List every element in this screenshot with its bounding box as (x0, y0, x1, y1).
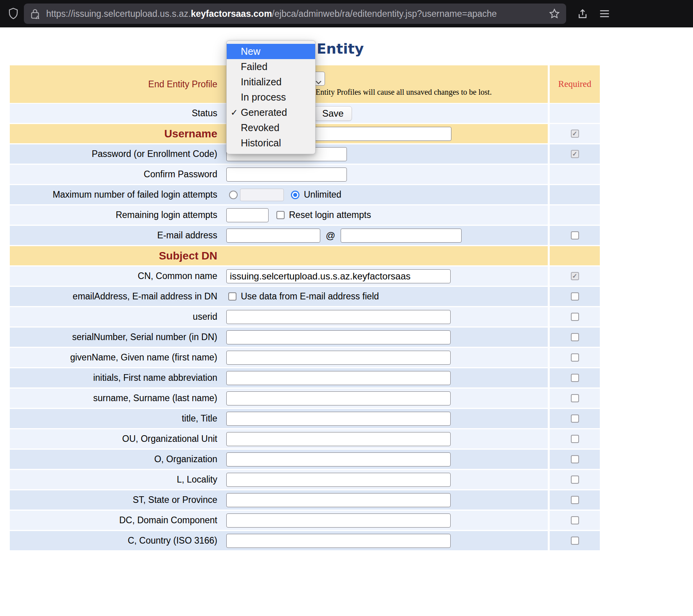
email-address-row: E-mail address @ (10, 226, 600, 245)
dn-field-input[interactable] (226, 412, 451, 426)
required-checkbox (571, 313, 579, 321)
required-column-header: Required (558, 79, 591, 89)
dn-field-label: givenName, Given name (first name) (10, 352, 221, 363)
max-failed-logins-row: Maximum number of failed login attempts … (10, 185, 600, 204)
url-bar[interactable]: https://issuing.selcertupload.us.s.az.ke… (24, 4, 566, 24)
required-checkbox (571, 333, 579, 341)
reset-login-attempts-checkbox[interactable] (276, 211, 285, 219)
required-checkbox (571, 272, 579, 280)
dn-field-input[interactable] (226, 432, 451, 446)
shield-icon[interactable] (7, 7, 19, 20)
required-checkbox (571, 353, 579, 362)
share-icon[interactable] (577, 8, 588, 20)
dn-field-row: ST, State or Province (10, 490, 600, 510)
remaining-logins-input[interactable] (226, 208, 269, 222)
dn-field-label: serialNumber, Serial number (in DN) (10, 332, 221, 342)
dn-field-row: givenName, Given name (first name) (10, 348, 600, 367)
dn-field-input[interactable] (226, 513, 451, 528)
subject-dn-header-row: Subject DN (10, 246, 600, 265)
dn-field-row: title, Title (10, 409, 600, 428)
browser-chrome: https://issuing.selcertupload.us.s.az.ke… (0, 0, 693, 27)
dn-field-input[interactable] (226, 310, 451, 324)
dn-field-label: userid (10, 312, 221, 322)
unlimited-label: Unlimited (304, 189, 341, 200)
dn-field-input[interactable] (226, 351, 451, 365)
dn-field-label: L, Locality (10, 474, 221, 485)
dn-field-row: userid (10, 307, 600, 326)
common-name-label: CN, Common name (10, 271, 221, 281)
dn-field-label: ST, State or Province (10, 495, 221, 505)
dropdown-item[interactable]: Historical (227, 135, 315, 151)
url-domain: keyfactorsaas.com (191, 9, 272, 19)
required-checkbox (571, 150, 579, 158)
dn-field-row: OU, Organizational Unit (10, 429, 600, 448)
check-icon: ✓ (231, 105, 238, 120)
required-checkbox (571, 394, 579, 402)
dn-field-input[interactable] (226, 371, 451, 385)
url-path: /ejbca/adminweb/ra/editendentity.jsp?use… (272, 9, 497, 19)
email-local-input[interactable] (226, 229, 320, 243)
dn-field-row: C, Country (ISO 3166) (10, 531, 600, 550)
dn-field-row: surname, Surname (last name) (10, 389, 600, 408)
dn-field-row: O, Organization (10, 450, 600, 469)
email-in-dn-label: emailAddress, E-mail address in DN (10, 291, 221, 302)
required-checkbox (571, 414, 579, 423)
remaining-logins-row: Remaining login attempts Reset login att… (10, 205, 600, 225)
email-domain-input[interactable] (341, 229, 462, 243)
save-button[interactable]: Save (314, 106, 352, 121)
dropdown-item[interactable]: Initialized (227, 74, 315, 90)
chevron-down-icon (316, 77, 321, 87)
confirm-password-input[interactable] (226, 168, 347, 182)
url-prefix: https://issuing.selcertupload.us.s.az. (46, 9, 191, 19)
common-name-input[interactable] (226, 269, 451, 283)
dn-field-label: DC, Domain Component (10, 515, 221, 526)
dn-field-input[interactable] (226, 391, 451, 405)
confirm-password-label: Confirm Password (10, 169, 221, 180)
email-address-label: E-mail address (10, 230, 221, 241)
max-attempts-input (240, 189, 284, 201)
dn-field-input[interactable] (226, 534, 451, 548)
dn-field-row: DC, Domain Component (10, 511, 600, 530)
bookmark-star-icon[interactable] (549, 8, 560, 20)
dn-field-input[interactable] (226, 473, 451, 487)
dn-field-label: title, Title (10, 413, 221, 424)
dn-field-row: initials, First name abbreviation (10, 368, 600, 387)
status-dropdown: NewFailedInitializedIn process✓Generated… (226, 40, 316, 154)
dn-field-input[interactable] (226, 452, 451, 467)
password-label: Password (or Enrollment Code) (10, 149, 221, 159)
subject-dn-section-label: Subject DN (10, 250, 221, 262)
required-checkbox (571, 496, 579, 504)
dropdown-item[interactable]: ✓Generated (227, 105, 315, 120)
at-sign: @ (326, 230, 335, 241)
url-text[interactable]: https://issuing.selcertupload.us.s.az.ke… (46, 9, 549, 19)
menu-hamburger-icon[interactable] (599, 8, 610, 20)
required-checkbox (571, 455, 579, 463)
required-checkbox (571, 130, 579, 138)
required-checkbox (571, 516, 579, 524)
dropdown-item[interactable]: Failed (227, 59, 315, 74)
required-checkbox (571, 435, 579, 443)
max-attempts-specify-radio[interactable] (229, 191, 238, 199)
dn-field-input[interactable] (226, 493, 451, 507)
dn-field-input[interactable] (226, 330, 451, 344)
max-failed-logins-label: Maximum number of failed login attempts (10, 189, 221, 200)
max-attempts-unlimited-radio[interactable] (291, 191, 300, 199)
end-entity-profile-label: End Entity Profile (10, 79, 221, 90)
reset-login-attempts-label: Reset login attempts (289, 210, 371, 220)
dn-field-row: serialNumber, Serial number (in DN) (10, 328, 600, 347)
remaining-logins-label: Remaining login attempts (10, 210, 221, 220)
dn-field-label: O, Organization (10, 454, 221, 465)
common-name-row: CN, Common name (10, 267, 600, 286)
required-checkbox (571, 292, 579, 301)
required-checkbox (571, 231, 579, 240)
dropdown-item[interactable]: In process (227, 90, 315, 105)
dn-field-label: initials, First name abbreviation (10, 373, 221, 383)
dropdown-item[interactable]: Revoked (227, 120, 315, 135)
confirm-password-row: Confirm Password (10, 165, 600, 184)
dropdown-item[interactable]: New (227, 44, 315, 59)
use-email-data-checkbox[interactable] (228, 292, 236, 301)
page-content: Edit End Entity End Entity Profile Chang… (0, 27, 693, 616)
lock-warning-icon[interactable] (30, 8, 40, 20)
use-email-data-label: Use data from E-mail address field (241, 291, 379, 302)
email-in-dn-row: emailAddress, E-mail address in DN Use d… (10, 287, 600, 306)
